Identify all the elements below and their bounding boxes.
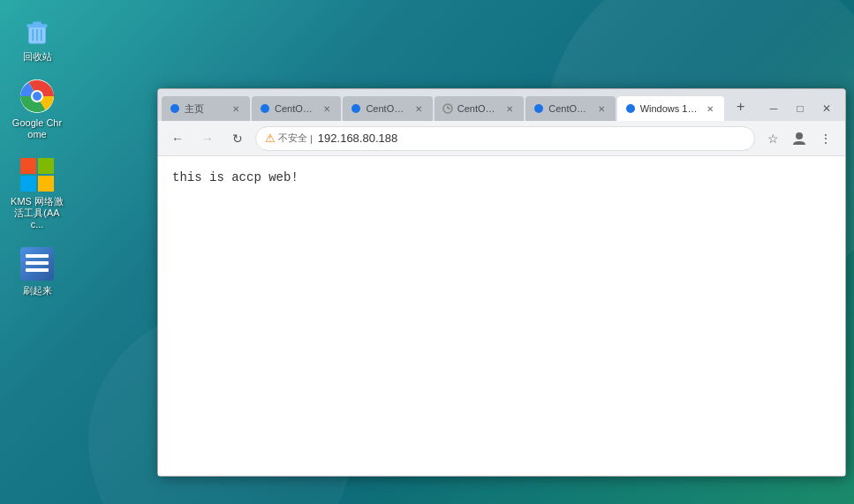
tab-windows10[interactable]: Windows 10 x64 ✕ [617,96,725,121]
maximize-button[interactable]: □ [789,101,812,117]
tab-home-close[interactable]: ✕ [229,102,243,116]
tab-centos74-title: CentOS 7-4 [548,103,590,114]
menu-button[interactable]: ⋮ [813,126,838,151]
recycle-bin-icon[interactable]: 回收站 [7,9,67,66]
tab-centos72-title: CentOS 7-2 [366,103,407,114]
tab-home[interactable]: 主页 ✕ [162,96,250,121]
jiqi-label: 刷起来 [23,285,52,297]
tab-windows10-favicon [624,102,637,115]
window-controls: ─ □ ✕ [755,89,845,121]
tab-centos72[interactable]: CentOS 7-2 ✕ [343,96,432,121]
security-label: 不安全 [278,132,307,145]
reload-button[interactable]: ↻ [225,126,250,151]
address-separator: | [310,133,313,144]
svg-point-11 [351,104,360,113]
chrome-icon[interactable]: Google Chrome [7,75,67,144]
kms-label: KMS 网络激活工具(AAc... [11,196,64,231]
new-tab-button[interactable]: + [729,94,752,119]
tab-centos73-close[interactable]: ✕ [503,102,517,116]
back-button[interactable]: ← [165,126,190,151]
desktop-icons-area: 回收站 Google Chrome [7,9,71,300]
bookmark-button[interactable]: ☆ [760,126,785,151]
minimize-button[interactable]: ─ [762,101,785,117]
tab-centos71[interactable]: CentOS 7-1 ✕ [252,96,341,121]
tab-windows10-close[interactable]: ✕ [703,102,717,116]
svg-point-16 [626,104,635,113]
svg-point-9 [170,104,179,113]
svg-point-15 [534,104,543,113]
tab-centos71-title: CentOS 7-1 [275,103,316,114]
jiqi-icon-img [20,247,54,281]
tab-centos73[interactable]: CentOS 7-3 ✕ [435,96,524,121]
tab-centos73-favicon [442,102,454,115]
tab-home-title: 主页 [185,102,225,116]
page-content: this is accp web! [158,156,845,476]
jiqi-icon[interactable]: 刷起来 [7,243,67,300]
tab-home-favicon [169,102,181,115]
tab-centos74[interactable]: CentOS 7-4 ✕ [525,96,615,121]
security-warning: ⚠ 不安全 | [265,132,313,145]
kms-icon[interactable]: KMS 网络激活工具(AAc... [7,154,67,235]
svg-point-17 [796,132,803,139]
tab-centos71-favicon [259,102,271,115]
tab-centos71-close[interactable]: ✕ [320,102,334,116]
tab-windows10-title: Windows 10 x64 [640,103,700,114]
tab-centos74-favicon [533,102,545,115]
profile-button[interactable] [787,126,812,151]
tab-centos74-close[interactable]: ✕ [594,102,608,116]
tab-centos72-favicon [350,102,362,115]
page-text: this is accp web! [172,170,299,184]
tab-centos73-title: CentOS 7-3 [457,103,499,114]
kms-icon-img [20,158,54,192]
forward-button[interactable]: → [195,126,220,151]
svg-point-8 [33,92,42,101]
tab-centos72-close[interactable]: ✕ [412,102,426,116]
recycle-bin-label: 回收站 [23,51,52,63]
close-button[interactable]: ✕ [815,101,838,117]
nav-right-buttons: ☆ ⋮ [760,126,838,151]
nav-bar: ← → ↻ ⚠ 不安全 | 192.168.80.188 ☆ ⋮ [158,121,845,156]
browser-window: 主页 ✕ CentOS 7-1 ✕ CentOS 7-2 [157,88,846,477]
title-bar: 主页 ✕ CentOS 7-1 ✕ CentOS 7-2 [158,89,845,121]
svg-point-10 [261,104,269,113]
warning-icon: ⚠ [265,132,276,145]
chrome-label: Google Chrome [11,117,64,140]
tabs-area: 主页 ✕ CentOS 7-1 ✕ CentOS 7-2 [158,89,755,121]
address-text: 192.168.80.188 [318,132,745,145]
desktop: 回收站 Google Chrome [0,0,854,504]
svg-rect-2 [33,22,42,26]
address-bar[interactable]: ⚠ 不安全 | 192.168.80.188 [255,126,755,151]
